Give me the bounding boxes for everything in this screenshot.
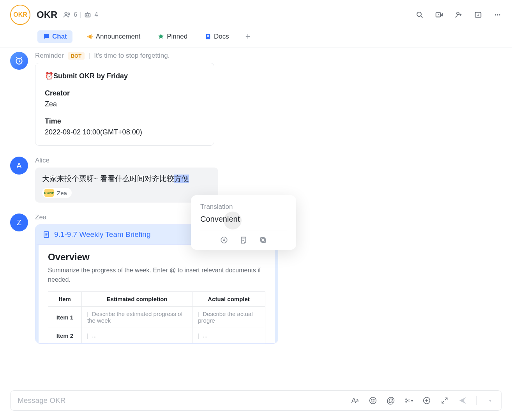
table-row[interactable]: Item 2 ... ... — [48, 328, 265, 343]
doc-description: Summarize the progress of the week. Ente… — [48, 266, 265, 284]
cell-item: Item 1 — [48, 307, 82, 328]
cell-est: Describe the estimated progress of the w… — [82, 307, 192, 328]
messages-pane[interactable]: Reminder BOT | It's time to stop forgett… — [0, 48, 512, 386]
cell-est: ... — [82, 328, 192, 343]
format-icon[interactable]: Aa — [351, 396, 359, 405]
send-button[interactable] — [458, 396, 467, 405]
table-row[interactable]: Item 1 Describe the estimated progress o… — [48, 307, 265, 328]
svg-point-24 — [374, 399, 374, 400]
bot-count: 4 — [94, 11, 98, 18]
tab-announcement-label: Announcement — [96, 33, 140, 41]
message-reminder: Reminder BOT | It's time to stop forgett… — [10, 52, 502, 146]
sidebar-icon[interactable]: 4 — [474, 11, 482, 19]
emoji-icon[interactable] — [369, 396, 377, 405]
svg-point-26 — [406, 401, 407, 402]
scissors-icon[interactable]: ▾ — [404, 396, 413, 405]
svg-point-11 — [497, 14, 498, 15]
col-estimated: Estimated completion — [82, 292, 192, 307]
done-reaction-icon: DONE — [44, 189, 54, 197]
tab-chat[interactable]: Chat — [37, 30, 72, 43]
translation-text[interactable]: Convenient — [200, 215, 287, 224]
note-icon[interactable] — [239, 236, 248, 244]
tab-announcement[interactable]: Announcement — [83, 31, 143, 42]
creator-value: Zea — [45, 99, 205, 110]
expand-icon[interactable] — [440, 396, 449, 405]
zea-avatar[interactable]: Z — [10, 214, 28, 231]
translate-settings-icon[interactable]: A — [220, 236, 228, 244]
megaphone-icon — [87, 33, 94, 40]
sender-name[interactable]: Alice — [35, 157, 49, 164]
svg-rect-19 — [261, 238, 265, 242]
reaction[interactable]: DONE Zea — [42, 188, 72, 198]
doc-table[interactable]: Item Estimated completion Actual complet… — [48, 291, 265, 343]
tab-pinned[interactable]: Pinned — [154, 31, 191, 42]
svg-point-1 — [68, 13, 70, 14]
svg-rect-2 — [85, 13, 90, 17]
divider — [200, 231, 287, 231]
add-button[interactable] — [422, 396, 431, 405]
cell-act: ... — [192, 328, 265, 343]
bot-icon[interactable] — [83, 11, 92, 19]
svg-point-10 — [495, 14, 496, 15]
tabs: Chat Announcement Pinned Docs + — [0, 25, 512, 48]
message-input[interactable] — [18, 396, 345, 405]
more-icon[interactable] — [493, 11, 502, 19]
video-call-icon[interactable] — [435, 11, 443, 19]
svg-rect-15 — [207, 36, 209, 37]
svg-rect-20 — [261, 238, 265, 242]
group-avatar[interactable]: OKR — [10, 5, 30, 25]
creator-label: Creator — [45, 88, 205, 99]
group-name[interactable]: OKR — [37, 9, 57, 20]
reminder-subtitle: It's time to stop forgetting. — [94, 52, 169, 60]
sender-name[interactable]: Reminder — [35, 52, 64, 60]
search-icon[interactable] — [415, 11, 424, 19]
svg-point-5 — [417, 12, 421, 16]
svg-point-22 — [370, 397, 376, 404]
sender-name[interactable]: Zea — [35, 214, 46, 221]
cell-item: Item 2 — [48, 328, 82, 343]
bot-badge: BOT — [68, 52, 85, 60]
svg-point-7 — [457, 12, 459, 14]
col-actual: Actual complet — [192, 292, 265, 307]
svg-point-23 — [371, 399, 372, 400]
tab-chat-label: Chat — [52, 33, 67, 41]
alice-bubble[interactable]: 大家来投个票呀~ 看看什么时间对齐比较方便 DONE Zea — [35, 168, 218, 203]
doc-title-link[interactable]: 9.1-9.7 Weekly Team Briefing — [54, 230, 150, 239]
cell-act: Describe the actual progre — [192, 307, 265, 328]
tab-pinned-label: Pinned — [167, 33, 187, 41]
svg-text:4: 4 — [477, 13, 479, 17]
chat-icon — [43, 33, 50, 40]
reminder-card[interactable]: ⏰Submit OKR by Friday Creator Zea Time 2… — [35, 63, 214, 146]
tab-docs[interactable]: Docs — [201, 31, 232, 42]
tab-docs-label: Docs — [214, 33, 229, 41]
svg-point-4 — [88, 15, 89, 16]
doc-section-title: Overview — [48, 252, 265, 263]
docs-icon — [205, 33, 212, 40]
svg-point-0 — [65, 12, 67, 14]
svg-point-3 — [87, 15, 87, 16]
svg-point-25 — [406, 399, 407, 400]
reminder-title: ⏰Submit OKR by Friday — [45, 71, 205, 82]
col-item: Item — [48, 292, 82, 307]
header: OKR OKR 6 | 4 4 — [0, 0, 512, 25]
alice-text[interactable]: 大家来投个票呀~ 看看什么时间对齐比较方便 — [42, 175, 189, 183]
copy-icon[interactable] — [259, 236, 267, 244]
translation-title: Translation — [200, 203, 287, 211]
time-label: Time — [45, 116, 205, 127]
svg-point-12 — [499, 14, 500, 15]
pin-icon — [157, 33, 164, 40]
reaction-user: Zea — [57, 190, 67, 196]
composer[interactable]: Aa @ ▾ ▾ — [10, 390, 502, 411]
add-tab-button[interactable]: + — [243, 32, 253, 42]
selected-text: 方便 — [174, 175, 189, 183]
members-icon[interactable] — [63, 11, 71, 19]
mention-icon[interactable]: @ — [387, 396, 395, 405]
send-options-icon[interactable]: ▾ — [486, 396, 494, 405]
svg-text:A: A — [223, 238, 226, 242]
reminder-avatar[interactable] — [10, 52, 28, 70]
time-value: 2022-09-02 10:00(GMT+08:00) — [45, 127, 205, 138]
add-member-icon[interactable] — [454, 11, 463, 19]
members-count: 6 — [74, 11, 77, 18]
alice-avatar[interactable]: A — [10, 157, 28, 175]
svg-rect-14 — [207, 35, 209, 36]
